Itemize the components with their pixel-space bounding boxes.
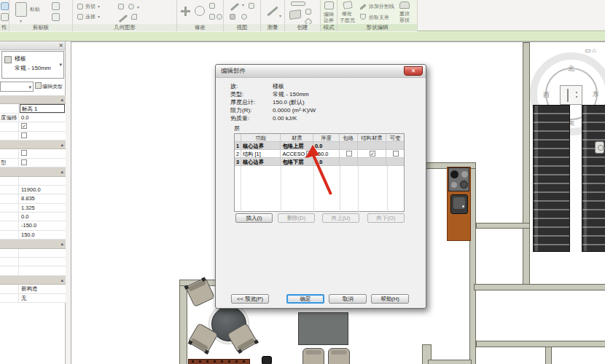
edit-boundary-icon[interactable] — [324, 1, 334, 9]
view-dropdown-icon[interactable]: ▾ — [242, 2, 244, 7]
measure-dropdown-icon[interactable]: ▾ — [279, 13, 281, 18]
island-chair-1[interactable] — [302, 348, 324, 364]
pick-supports-label[interactable]: 拾取支座 — [369, 14, 389, 21]
type-selector[interactable]: 楼板 常规 - 150mm ▾ — [1, 51, 64, 79]
kitchen-sink[interactable] — [450, 194, 468, 214]
filter-combo-dropdown-icon[interactable]: ▾ — [28, 84, 31, 90]
move-icon[interactable] — [181, 7, 190, 16]
wall-horizontal-mid[interactable] — [476, 223, 530, 229]
legend-icon[interactable] — [291, 1, 305, 6]
property-row[interactable] — [0, 132, 66, 141]
offset-icon[interactable] — [216, 14, 222, 20]
add-split-line-label[interactable]: 添加分割线 — [369, 3, 394, 10]
paste-label[interactable]: 粘贴 — [30, 6, 40, 13]
property-row-thickness[interactable]: 150.0 — [0, 231, 66, 240]
rotate-icon[interactable] — [195, 6, 205, 16]
property-row[interactable]: 0.0 — [0, 213, 66, 221]
filter-combo[interactable]: ▾ — [0, 82, 34, 92]
join-icon[interactable] — [77, 14, 83, 20]
modify-sub-elements-icon[interactable] — [343, 1, 353, 9]
property-row-area[interactable]: 8.835 — [0, 194, 66, 203]
checkbox[interactable] — [21, 150, 27, 156]
measure-icon[interactable] — [267, 7, 278, 17]
kitchen-island[interactable] — [298, 312, 348, 345]
type-selector-dropdown-icon[interactable]: ▾ — [59, 62, 62, 68]
property-row[interactable] — [0, 177, 66, 186]
match-type-icon[interactable] — [52, 13, 60, 21]
viewcube-top-face[interactable] — [560, 85, 582, 105]
create-similar-icon[interactable] — [289, 9, 301, 20]
property-row-volume[interactable]: 1.325 — [0, 204, 66, 213]
reset-shape-label-2[interactable]: 形状 — [399, 17, 410, 24]
wall-vertical-main[interactable] — [523, 42, 530, 285]
wall-stub-bottom-right[interactable] — [545, 347, 552, 364]
copy-icon[interactable] — [52, 2, 60, 10]
cut-label[interactable]: 剪切 — [85, 3, 95, 10]
edit-type-button[interactable]: 编辑类型 — [35, 82, 66, 92]
variable-checkbox[interactable] — [393, 151, 399, 157]
wall-bottom-ledge[interactable] — [428, 360, 472, 364]
wall-horizontal-lower[interactable] — [474, 284, 605, 290]
cancel-button[interactable]: 取消 — [329, 294, 367, 304]
property-row-perimeter[interactable]: 11900.0 — [0, 186, 66, 194]
property-section-header[interactable]: ▴ — [0, 240, 66, 248]
navbar-dash-icon[interactable]: ▭ — [585, 47, 593, 54]
home-icon[interactable]: ⌂ — [593, 47, 598, 54]
property-row[interactable] — [0, 149, 66, 158]
property-section-header[interactable]: ▴ — [0, 95, 66, 104]
small-appliance[interactable] — [262, 356, 272, 364]
material-browse-button[interactable]: … — [306, 151, 313, 157]
cut-icon[interactable] — [77, 4, 83, 9]
collapse-icon[interactable]: ▴ — [60, 277, 63, 283]
wrap-checkbox[interactable] — [346, 151, 352, 157]
property-row-phase-created[interactable]: 新构造 — [0, 285, 66, 293]
property-row[interactable]: -150.0 — [0, 221, 66, 230]
reveal-icon[interactable] — [241, 14, 247, 20]
dialog-title-bar[interactable]: 编辑部件 ✕ — [216, 65, 426, 78]
group-icon[interactable] — [305, 9, 311, 15]
align-icon[interactable] — [209, 3, 215, 9]
stair-run-left[interactable] — [533, 105, 570, 252]
properties-title-bar[interactable]: ✕ — [0, 41, 65, 50]
checkbox[interactable] — [21, 132, 27, 138]
property-row-level[interactable]: 标高 1 — [0, 104, 66, 113]
trim-icon[interactable] — [209, 14, 215, 20]
structural-material-checkbox[interactable]: ✓ — [370, 151, 375, 157]
collapse-icon[interactable]: ▴ — [60, 142, 63, 148]
properties-icon[interactable] — [1, 2, 9, 10]
up-button[interactable]: 向上(U) — [322, 213, 359, 223]
sideboard[interactable] — [188, 359, 250, 364]
down-button[interactable]: 向下(O) — [367, 213, 405, 223]
add-split-line-icon[interactable] — [359, 4, 367, 10]
property-section-header[interactable]: ▴ — [0, 141, 66, 149]
level-value-editbox[interactable]: 标高 1 — [20, 104, 65, 113]
property-row[interactable] — [0, 258, 66, 266]
edit-boundary-label-2[interactable]: 边界 — [324, 17, 334, 24]
nav-bar-icons[interactable]: ▭⌂ — [585, 47, 598, 54]
insert-button[interactable]: 插入(I) — [235, 213, 273, 223]
paste-dropdown-icon[interactable]: ▾ — [20, 18, 22, 23]
delete-button[interactable]: 删除(D) — [278, 213, 315, 223]
demolish-icon[interactable] — [131, 14, 137, 20]
wall-horizontal-bottom[interactable] — [476, 341, 605, 347]
cooktop[interactable] — [448, 167, 469, 191]
collapse-icon[interactable]: ▴ — [60, 169, 63, 175]
layer-row-2[interactable]: 2 结构 [1] ACCESO_BL/… 150.0 ✓ — [235, 150, 404, 158]
cut-dropdown-icon[interactable]: ▾ — [98, 4, 100, 9]
hide-icon[interactable] — [249, 3, 254, 9]
ok-button[interactable]: 确定 — [286, 294, 324, 304]
paste-icon[interactable] — [15, 2, 27, 17]
property-section-header[interactable]: ▴ — [0, 276, 66, 285]
property-section-header[interactable]: ▴ — [0, 167, 66, 176]
join-label[interactable]: 连接 — [85, 13, 95, 20]
stair-run-right[interactable] — [582, 105, 605, 252]
checkbox-checked[interactable]: ✓ — [21, 123, 27, 129]
viewcube-north[interactable]: 北 — [568, 64, 574, 74]
property-row[interactable]: 型 — [0, 159, 66, 167]
property-row[interactable] — [0, 266, 66, 275]
cope-icon[interactable] — [118, 4, 124, 9]
island-chair-2[interactable] — [328, 348, 350, 364]
property-row-height-offset[interactable]: 度偏移0.0 — [0, 114, 66, 122]
paint-dropdown-icon[interactable]: ▾ — [137, 4, 139, 9]
viewcube-west[interactable]: 西 — [543, 90, 550, 100]
